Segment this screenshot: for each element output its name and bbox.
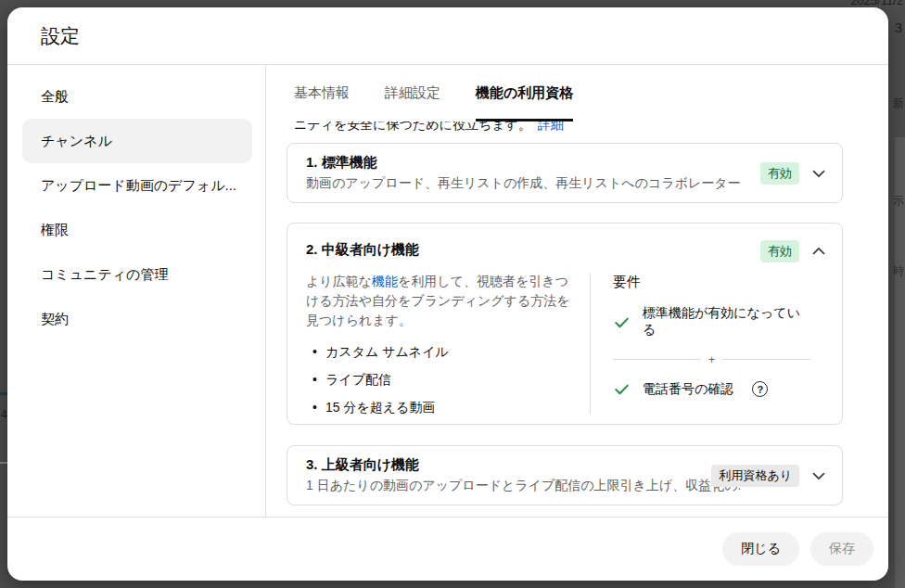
feature-item: ライブ配信 (312, 370, 571, 389)
card-title: 1. 標準機能 (306, 152, 740, 172)
card-subtitle: 動画のアップロード、再生リストの作成、再生リストへのコラボレーターと新し... (306, 173, 740, 192)
channel-tabs: 基本情報 詳細設定 機能の利用資格 (266, 65, 888, 121)
settings-sidebar: 全般 チャンネル アップロード動画のデフォル... 権限 コミュニティの管理 契… (7, 65, 266, 517)
help-icon[interactable]: ? (752, 381, 768, 397)
settings-main-panel: 基本情報 詳細設定 機能の利用資格 ニティを安全に保つために役立ちます。詳細 1… (266, 65, 888, 517)
background-glyph-fragment: 時 (893, 263, 904, 279)
sidebar-item-permissions[interactable]: 権限 (22, 208, 252, 252)
feature-card-standard[interactable]: 1. 標準機能 動画のアップロード、再生リストの作成、再生リストへのコラボレータ… (287, 143, 843, 203)
card-title: 2. 中級者向け機能 (306, 239, 419, 259)
settings-dialog: 設定 全般 チャンネル アップロード動画のデフォル... 権限 コミュニティの管… (7, 7, 888, 581)
card-status-group: 利用資格あり (711, 465, 829, 487)
background-date-fragment: 2025/11/2 (850, 0, 903, 7)
requirement-label: 標準機能が有効になっている (643, 305, 810, 339)
background-number-fragment: 3 (895, 19, 902, 35)
plus-divider: + (613, 352, 810, 366)
chevron-down-icon[interactable] (809, 163, 829, 184)
background-chart-line (0, 392, 7, 395)
chevron-up-icon[interactable] (809, 241, 829, 262)
requirement-row: 電話番号の確認 ? (613, 380, 810, 398)
card-status-group: 有効 (760, 162, 829, 185)
details-link[interactable]: 詳細 (538, 121, 564, 132)
intro-text: ニティを安全に保つために役立ちます。 (294, 121, 531, 132)
save-button[interactable]: 保存 (810, 532, 873, 566)
close-button[interactable]: 閉じる (722, 532, 799, 566)
requirements-title: 要件 (613, 274, 810, 291)
card-status-group: 有効 (760, 240, 829, 262)
sidebar-item-upload-defaults[interactable]: アップロード動画のデフォル... (22, 163, 252, 208)
chevron-down-icon[interactable] (809, 466, 829, 486)
background-glyph-fragment: 新 (893, 96, 904, 111)
background-divider-fragment (0, 462, 7, 464)
card-expanded-body: より広範な機能を利用して、視聴者を引きつける方法や自分をブランディングする方法を… (306, 272, 827, 416)
feature-description: より広範な機能を利用して、視聴者を引きつける方法や自分をブランディングする方法を… (306, 272, 571, 330)
requirement-label: 電話番号の確認 (643, 381, 733, 398)
dialog-body: 全般 チャンネル アップロード動画のデフォル... 権限 コミュニティの管理 契… (7, 65, 888, 517)
status-badge: 利用資格あり (711, 465, 799, 487)
feature-card-advanced[interactable]: 3. 上級者向け機能 1 日あたりの動画のアップロードとライブ配信の上限引き上げ… (287, 445, 843, 505)
sidebar-item-agreements[interactable]: 契約 (22, 297, 252, 341)
dialog-header: 設定 (7, 7, 888, 65)
background-axis-number: 4 (1, 408, 7, 421)
sidebar-item-channel[interactable]: チャンネル (22, 119, 252, 163)
sidebar-item-community[interactable]: コミュニティの管理 (22, 252, 252, 297)
intro-text-clipped: ニティを安全に保つために役立ちます。詳細 (294, 121, 888, 134)
card-title: 3. 上級者向け機能 (306, 454, 740, 474)
feature-card-intermediate: 2. 中級者向け機能 有効 より広範な機能を利用して、視聴者を引きつける方法や自… (287, 223, 843, 425)
dialog-footer: 閉じる 保存 (7, 517, 888, 581)
status-badge: 有効 (760, 162, 799, 185)
feature-item: 15 分を超える動画 (312, 398, 571, 416)
feature-item: カスタム サムネイル (312, 342, 571, 361)
tab-feature-eligibility[interactable]: 機能の利用資格 (476, 65, 573, 121)
status-badge: 有効 (760, 240, 799, 262)
feature-list: カスタム サムネイル ライブ配信 15 分を超える動画 (312, 342, 571, 416)
plus-sign: + (708, 352, 716, 366)
checkmark-icon (613, 313, 631, 331)
card-header[interactable]: 2. 中級者向け機能 (306, 235, 827, 262)
card-subtitle: 1 日あたりの動画のアップロードとライブ配信の上限引き上げ、収益化の... (306, 476, 740, 494)
features-link[interactable]: 機能 (372, 274, 398, 288)
checkmark-icon (613, 380, 631, 398)
requirements-column: 要件 標準機能が有効になっている + (591, 272, 827, 416)
tab-content-scroll-area[interactable]: ニティを安全に保つために役立ちます。詳細 1. 標準機能 動画のアップロード、再… (266, 121, 888, 517)
tab-advanced-settings[interactable]: 詳細設定 (385, 65, 440, 121)
background-glyph-fragment: 示 (893, 193, 904, 209)
tab-basic-info[interactable]: 基本情報 (294, 65, 350, 121)
sidebar-item-general[interactable]: 全般 (22, 74, 252, 119)
requirement-row: 標準機能が有効になっている (613, 305, 810, 339)
feature-description-column: より広範な機能を利用して、視聴者を引きつける方法や自分をブランディングする方法を… (306, 272, 590, 416)
dialog-title: 設定 (41, 23, 80, 49)
